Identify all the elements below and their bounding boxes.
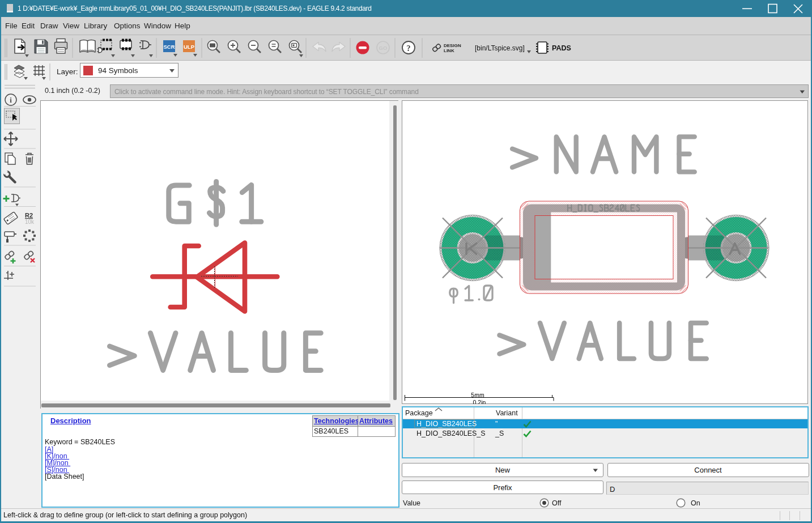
- svg-text:0.2in: 0.2in: [473, 399, 486, 405]
- svg-text:5mm: 5mm: [471, 392, 484, 398]
